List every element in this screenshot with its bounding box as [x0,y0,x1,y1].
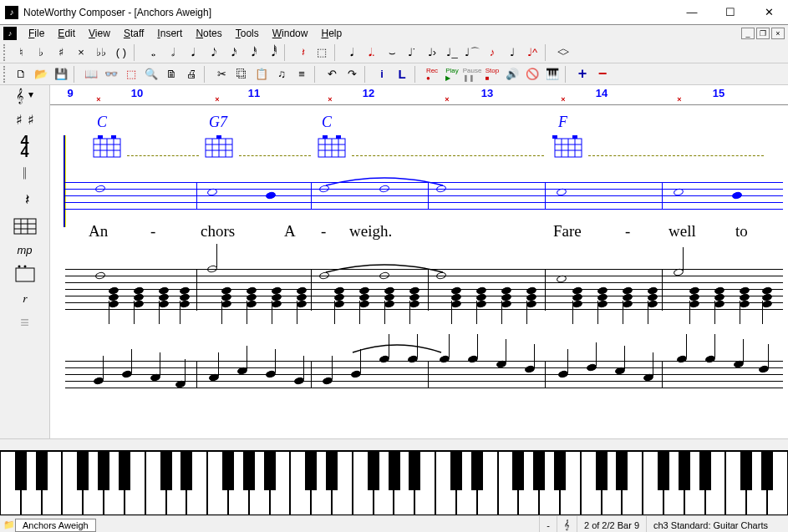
mdi-minimize-button[interactable]: _ [741,28,755,39]
mdi-close-button[interactable]: × [771,28,785,39]
black-key[interactable] [243,452,255,490]
toolbar-handle-2[interactable] [3,66,8,83]
black-key[interactable] [368,452,379,490]
menu-insert[interactable]: Insert [150,26,189,41]
black-key[interactable] [471,452,483,490]
mdi-restore-button[interactable]: ❐ [756,28,770,39]
black-key[interactable] [409,452,420,490]
black-key[interactable] [98,452,109,490]
preview-button[interactable]: 🗎 [162,65,180,84]
undo-button[interactable]: ↶ [323,65,341,84]
remove-staff-button[interactable]: − [593,65,612,84]
black-key[interactable] [554,452,566,490]
tremolo-icon[interactable]: 𝆌 [23,291,27,306]
menu-help[interactable]: Help [314,26,348,41]
black-key[interactable] [679,452,690,490]
tool-32nd[interactable]: 𝅘𝅥𝅰 [242,43,261,62]
zoom-button[interactable]: 🔍 [142,65,160,84]
fretboard-icon[interactable] [13,217,38,236]
tool-staccato[interactable]: ♩˙ [403,43,421,62]
black-key[interactable] [699,452,711,490]
tool-double-flat[interactable]: ♭♭ [92,43,110,62]
black-key[interactable] [222,452,234,490]
save-button[interactable]: 💾 [52,65,70,84]
measure-ruler[interactable]: 9 10 11 12 13 14 15 × × × × × × [50,85,788,105]
tool-dot2[interactable]: 𝅘𝅥.. [363,43,381,62]
minimize-button[interactable]: — [673,0,711,25]
black-key[interactable] [77,452,89,490]
maximize-button[interactable]: ☐ [711,0,750,25]
tool-crescendo[interactable]: < > [553,43,572,62]
black-key[interactable] [160,452,172,490]
speaker-button[interactable]: 🔊 [503,65,521,84]
tool-whole[interactable]: 𝅝 [142,43,160,62]
piano-keyboard[interactable] [0,450,788,515]
tool-accent[interactable]: ♩› [423,43,441,62]
rec-button[interactable]: Rec● [423,65,441,84]
audit-button[interactable]: ≡ [292,65,311,84]
black-key[interactable] [36,452,48,490]
tool-rest[interactable]: 𝄽 [292,43,311,62]
tool-select[interactable]: ⬚ [313,43,331,62]
close-button[interactable]: ✕ [750,0,788,25]
black-key[interactable] [119,452,130,490]
black-key[interactable] [740,452,752,490]
tool-tenuto[interactable]: ♩_ [443,43,461,62]
info-button[interactable]: i [373,65,391,84]
black-key[interactable] [616,452,628,490]
cut-button[interactable]: ✂ [212,65,231,84]
filter-icon[interactable]: ▾ [28,89,33,104]
tool-double-sharp[interactable]: × [72,43,90,62]
menu-staff[interactable]: Staff [117,26,150,41]
menu-notes[interactable]: Notes [189,26,228,41]
tool-slur[interactable]: ♩⌒ [463,43,481,62]
black-key[interactable] [305,452,317,490]
tool-flat[interactable]: ♭ [32,43,50,62]
copy-button[interactable]: ⿻ [232,65,251,84]
toolbar-handle[interactable] [3,44,8,61]
print-button[interactable]: 🖨 [182,65,201,84]
black-key[interactable] [389,452,400,490]
time-sig-icon[interactable]: 44 [20,136,28,157]
redo-button[interactable]: ↷ [343,65,361,84]
black-key[interactable] [533,452,545,490]
menu-file[interactable]: File [22,26,51,41]
treble-clef-icon[interactable]: 𝄞 [16,89,23,104]
open-button[interactable]: 📂 [32,65,50,84]
notes-button[interactable]: ♫ [272,65,291,84]
chord-diagram-icon[interactable] [13,265,38,283]
menu-view[interactable]: View [82,26,117,41]
lyric-button[interactable]: L [393,65,411,84]
black-key[interactable] [15,452,27,490]
tool-sharp[interactable]: ♯ [52,43,70,62]
score-area[interactable]: 9 10 11 12 13 14 15 × × × × × × C G7 C F [50,85,788,438]
play-button[interactable]: Play▶ [443,65,461,84]
menu-edit[interactable]: Edit [51,26,82,41]
black-key[interactable] [450,452,462,490]
black-key[interactable] [761,452,773,490]
tool-64th[interactable]: 𝅘𝅥𝅱 [262,43,281,62]
glasses-button[interactable]: 👓 [102,65,120,84]
page-view-button[interactable]: ⬚ [122,65,140,84]
piano-button[interactable]: 🎹 [543,65,562,84]
book-button[interactable]: 📖 [82,65,100,84]
paste-button[interactable]: 📋 [252,65,271,84]
tool-dot[interactable]: 𝅘𝅥. [343,43,361,62]
staff-piano-bass[interactable] [65,361,783,394]
black-key[interactable] [512,452,524,490]
black-key[interactable] [264,452,276,490]
sharp2-icon[interactable]: ♯ [28,112,34,128]
tool-natural[interactable]: ♮ [12,43,30,62]
add-staff-button[interactable]: + [573,65,592,84]
document-tab[interactable]: Anchors Aweigh [15,519,96,532]
pause-button[interactable]: Pause❚❚ [463,65,481,84]
stop-button[interactable]: Stop■ [483,65,501,84]
mute-button[interactable]: 🚫 [523,65,541,84]
tool-tremolo[interactable]: ♩ [503,43,521,62]
menu-tools[interactable]: Tools [229,26,266,41]
tool-courtesy[interactable]: ( ) [112,43,130,62]
tool-tie[interactable]: ⌣ [383,43,401,62]
tool-grace[interactable]: ♪ [483,43,501,62]
staff-piano-inner[interactable] [65,302,783,316]
tool-16th[interactable]: 𝅘𝅥𝅯 [222,43,241,62]
